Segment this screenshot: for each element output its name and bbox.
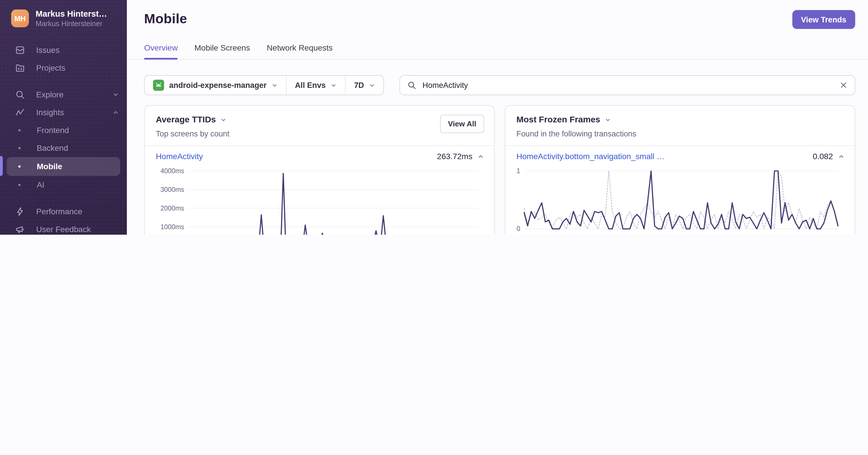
sidebar-nav: Issues Projects Explore Insights Fronten…: [0, 41, 127, 235]
sidebar-item-backend[interactable]: Backend: [7, 139, 120, 157]
avatar: MH: [11, 9, 29, 27]
user-menu[interactable]: MH Markus Hinterst… Markus Hintersteiner: [0, 0, 127, 28]
bullet-icon: [19, 129, 21, 132]
collapse-chevron-icon[interactable]: [477, 153, 484, 160]
tab-overview[interactable]: Overview: [144, 44, 178, 59]
svg-text:4000ms: 4000ms: [160, 167, 184, 175]
frozen-value: 0.082: [813, 152, 833, 161]
tab-network-requests[interactable]: Network Requests: [267, 44, 333, 59]
android-icon: [153, 80, 164, 91]
org-name: Markus Hintersteiner: [36, 20, 110, 28]
bullet-icon: [19, 166, 21, 168]
most-frozen-frames-card: Most Frozen Frames Found in the followin…: [505, 105, 855, 235]
projects-icon: [15, 63, 25, 73]
project-selector[interactable]: android-expense-manager: [145, 76, 286, 95]
sidebar: MH Markus Hinterst… Markus Hintersteiner…: [0, 0, 127, 235]
date-range-selector[interactable]: 7D: [345, 76, 383, 95]
search-icon: [15, 90, 25, 100]
chevron-up-icon: [113, 109, 119, 116]
svg-text:0: 0: [517, 225, 520, 232]
clear-search-icon[interactable]: [840, 81, 847, 89]
date-range-value: 7D: [354, 81, 364, 90]
card-subtitle: Top screens by count: [156, 129, 229, 138]
bullet-icon: [19, 184, 21, 186]
sidebar-item-mobile[interactable]: Mobile: [7, 157, 120, 176]
chevron-down-icon: [369, 82, 375, 88]
insights-icon: [15, 108, 25, 117]
svg-text:2000ms: 2000ms: [160, 204, 184, 212]
environment-selector[interactable]: All Envs: [286, 76, 345, 95]
lightning-icon: [15, 206, 25, 217]
sidebar-item-user-feedback[interactable]: User Feedback: [0, 221, 127, 235]
transaction-link[interactable]: HomeActivity.bottom_navigation_small …: [516, 152, 665, 161]
active-nav-indicator: [0, 156, 3, 176]
view-all-button[interactable]: View All: [440, 115, 484, 133]
search-box: [400, 75, 855, 95]
sidebar-item-label: Frontend: [37, 126, 69, 135]
sidebar-item-label: Backend: [37, 144, 68, 152]
transaction-link[interactable]: HomeActivity: [156, 152, 203, 161]
sidebar-item-label: AI: [37, 180, 44, 189]
sidebar-item-label: User Feedback: [36, 225, 91, 234]
sidebar-item-projects[interactable]: Projects: [0, 59, 127, 77]
bullet-icon: [19, 147, 21, 149]
tab-bar: Overview Mobile Screens Network Requests: [127, 44, 868, 59]
page-filter-control: android-expense-manager All Envs 7D: [144, 75, 384, 95]
project-name: android-expense-manager: [169, 81, 267, 90]
card-title: Most Frozen Frames: [516, 115, 600, 125]
sidebar-item-performance[interactable]: Performance: [0, 203, 127, 221]
frozen-frames-chart: 10: [511, 163, 842, 235]
app-window: MH Markus Hinterst… Markus Hintersteiner…: [0, 0, 868, 235]
sidebar-item-label: Explore: [36, 90, 63, 99]
svg-text:1: 1: [517, 167, 520, 175]
main-content: Mobile View Trends Overview Mobile Scree…: [127, 0, 868, 235]
ttid-value: 263.72ms: [437, 152, 472, 161]
megaphone-icon: [15, 224, 25, 234]
chevron-down-icon[interactable]: [220, 117, 226, 123]
chevron-down-icon: [331, 82, 337, 88]
svg-text:3000ms: 3000ms: [160, 186, 184, 193]
sidebar-item-label: Performance: [36, 207, 82, 216]
chevron-down-icon: [113, 91, 119, 98]
svg-text:1000ms: 1000ms: [160, 223, 184, 231]
page-title: Mobile: [144, 11, 855, 27]
nav-section-gap: [0, 77, 127, 86]
average-ttids-card: Average TTIDs Top screens by count View …: [144, 105, 495, 235]
view-trends-button[interactable]: View Trends: [792, 10, 855, 29]
chevron-down-icon: [272, 82, 278, 88]
search-icon: [407, 81, 416, 90]
collapse-chevron-icon[interactable]: [838, 153, 844, 160]
sidebar-item-label: Insights: [36, 108, 64, 117]
user-name: Markus Hinterst…: [36, 9, 110, 19]
chevron-down-icon[interactable]: [605, 117, 611, 123]
sidebar-item-frontend[interactable]: Frontend: [7, 121, 120, 139]
sidebar-item-explore[interactable]: Explore: [0, 86, 127, 104]
search-input[interactable]: [422, 80, 835, 90]
card-title: Average TTIDs: [156, 115, 216, 125]
sidebar-item-label: Issues: [36, 46, 59, 55]
sidebar-item-label: Mobile: [37, 162, 62, 171]
nav-section-gap: [0, 194, 127, 203]
environment-value: All Envs: [295, 81, 326, 90]
card-subtitle: Found in the following transactions: [516, 129, 637, 138]
issues-icon: [15, 45, 25, 55]
sidebar-item-insights[interactable]: Insights: [0, 104, 127, 121]
filter-bar: android-expense-manager All Envs 7D: [127, 59, 868, 95]
tab-mobile-screens[interactable]: Mobile Screens: [194, 44, 250, 59]
sidebar-item-issues[interactable]: Issues: [0, 41, 127, 59]
ttid-chart: 4000ms3000ms2000ms1000ms0: [152, 164, 482, 235]
sidebar-item-label: Projects: [36, 63, 65, 73]
sidebar-item-ai[interactable]: AI: [7, 176, 120, 194]
